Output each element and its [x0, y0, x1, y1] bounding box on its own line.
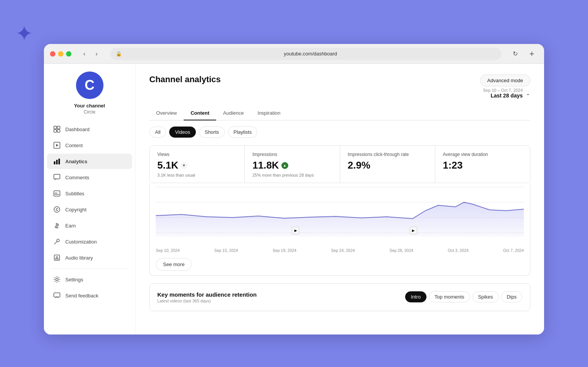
sidebar-item-content[interactable]: Content — [47, 138, 132, 153]
sidebar-item-comments[interactable]: Comments — [47, 170, 132, 185]
sidebar-item-earn[interactable]: Earn — [47, 218, 132, 233]
sidebar-item-send-feedback[interactable]: Send feedback — [47, 288, 132, 303]
metric-note-impressions: 25% more than previous 28 days — [252, 173, 332, 177]
sidebar-item-copyright[interactable]: Copyright — [47, 202, 132, 217]
metric-label-impressions: Impressions — [252, 152, 332, 157]
browser-titlebar: ‹ › 🔒 youtube.com/dashboard ↻ + — [44, 44, 544, 64]
key-moments-header: Key moments for audience retention Lates… — [157, 291, 522, 303]
sidebar-label-audio-library: Audio library — [65, 255, 93, 261]
sidebar-item-subtitles[interactable]: Subtitles — [47, 186, 132, 201]
maximize-button[interactable] — [66, 51, 71, 57]
channel-handle: Circle — [84, 109, 95, 115]
metric-value-impressions: 11.8K ▴ — [252, 159, 332, 171]
music-icon — [53, 254, 61, 261]
metric-card-impressions: Impressions 11.8K ▴ 25% more than previo… — [245, 146, 340, 183]
svg-point-19 — [55, 258, 57, 260]
date-range-text: Sep 10 – Oct 7, 2024 Last 28 days — [483, 88, 523, 99]
date-range-selector[interactable]: Sep 10 – Oct 7, 2024 Last 28 days ⌄ — [483, 88, 530, 99]
metric-label-views: Views — [157, 152, 237, 157]
browser-body: C Your channel Circle Dashboard — [44, 64, 544, 335]
key-moments-title-group: Key moments for audience retention Lates… — [157, 291, 257, 303]
tab-content[interactable]: Content — [184, 106, 216, 120]
sidebar-item-analytics[interactable]: Analytics — [47, 154, 132, 169]
date-range-sub: Sep 10 – Oct 7, 2024 — [483, 88, 523, 93]
analytics-tabs: Overview Content Audience Inspiration — [149, 106, 530, 120]
sidebar-label-dashboard: Dashboard — [65, 127, 90, 132]
svg-rect-1 — [57, 126, 60, 129]
browser-window: ‹ › 🔒 youtube.com/dashboard ↻ + C Your c… — [44, 44, 544, 335]
advanced-mode-button[interactable]: Advanced mode — [480, 75, 530, 86]
channel-avatar[interactable]: C — [76, 71, 103, 99]
close-button[interactable] — [50, 51, 55, 57]
sidebar-label-customization: Customization — [65, 239, 97, 245]
back-button[interactable]: ‹ — [79, 49, 90, 59]
x-label-0: Sep 10, 2024 — [156, 248, 179, 253]
comment-icon — [53, 174, 61, 181]
new-tab-button[interactable]: + — [526, 48, 538, 60]
svg-rect-2 — [54, 130, 57, 132]
metric-card-ctr: Impressions click-through rate 2.9% — [340, 146, 435, 183]
page-title: Channel analytics — [149, 75, 221, 84]
svg-marker-5 — [56, 144, 58, 147]
tab-overview[interactable]: Overview — [149, 106, 184, 120]
channel-name: Your channel — [74, 103, 105, 109]
forward-button[interactable]: › — [91, 49, 102, 59]
key-moments-section: Key moments for audience retention Lates… — [149, 283, 530, 311]
sidebar-nav: Dashboard Content — [44, 122, 135, 304]
sidebar-item-customization[interactable]: Customization — [47, 234, 132, 249]
chip-shorts[interactable]: Shorts — [199, 127, 225, 138]
video-marker-1[interactable]: ▶ — [292, 227, 299, 234]
tab-audience[interactable]: Audience — [216, 106, 250, 120]
subtitles-icon — [53, 190, 61, 197]
lock-icon: 🔒 — [116, 51, 122, 57]
sidebar-label-earn: Earn — [65, 223, 76, 229]
km-tab-dips[interactable]: Dips — [501, 291, 522, 302]
video-marker-2[interactable]: ▶ — [410, 227, 417, 234]
sidebar-item-dashboard[interactable]: Dashboard — [47, 122, 132, 137]
sidebar-label-analytics: Analytics — [65, 159, 87, 164]
address-bar[interactable]: 🔒 youtube.com/dashboard — [110, 48, 501, 60]
refresh-button[interactable]: ↻ — [510, 49, 520, 59]
chart-x-labels: Sep 10, 2024 Sep 15, 2024 Sep 19, 2024 S… — [156, 248, 524, 253]
chip-playlists[interactable]: Playlists — [228, 127, 258, 138]
see-more-button[interactable]: See more — [156, 258, 192, 271]
x-label-6: Oct 7, 2024 — [503, 248, 524, 253]
metric-value-views: 5.1K ▾ — [157, 159, 237, 171]
bar-chart-icon — [53, 158, 61, 165]
sidebar-label-settings: Settings — [65, 277, 83, 283]
svg-line-15 — [54, 241, 57, 244]
svg-point-13 — [54, 207, 60, 213]
chip-videos[interactable]: Videos — [169, 127, 196, 138]
analytics-chart — [156, 183, 524, 240]
chip-all[interactable]: All — [149, 127, 166, 138]
metric-label-ctr: Impressions click-through rate — [348, 152, 427, 157]
sidebar-label-comments: Comments — [65, 175, 89, 180]
tab-inspiration[interactable]: Inspiration — [251, 106, 288, 120]
x-label-3: Sep 24, 2024 — [331, 248, 355, 253]
x-label-4: Sep 28, 2024 — [389, 248, 413, 253]
svg-point-21 — [56, 278, 58, 281]
km-tab-spikes[interactable]: Spikes — [472, 291, 499, 302]
x-label-1: Sep 15, 2024 — [214, 248, 238, 253]
main-content: Channel analytics Advanced mode Sep 10 –… — [136, 64, 544, 335]
sidebar-item-settings[interactable]: Settings — [47, 272, 132, 287]
nav-arrows: ‹ › — [79, 49, 102, 59]
km-tab-intro[interactable]: Intro — [405, 291, 426, 302]
svg-rect-8 — [58, 159, 60, 164]
header-right: Advanced mode Sep 10 – Oct 7, 2024 Last … — [480, 75, 530, 99]
svg-rect-3 — [57, 130, 60, 132]
metric-badge-impressions: ▴ — [281, 162, 288, 169]
sidebar-label-send-feedback: Send feedback — [65, 293, 99, 299]
chart-area: ▶ ▶ Sep 10, 2024 Sep 15, 2024 Sep 19, 20… — [149, 183, 530, 276]
metric-badge-views: ▾ — [181, 162, 187, 169]
chevron-down-icon: ⌄ — [526, 90, 530, 96]
svg-rect-0 — [54, 126, 57, 129]
km-tab-top-moments[interactable]: Top moments — [429, 291, 470, 302]
svg-rect-10 — [54, 191, 60, 196]
x-label-5: Oct 3, 2024 — [448, 248, 468, 253]
sidebar-item-audio-library[interactable]: Audio library — [47, 250, 132, 265]
gear-icon — [53, 276, 61, 283]
minimize-button[interactable] — [58, 51, 63, 57]
bg-star-tl: ✦ — [15, 23, 33, 44]
metric-value-avg-duration: 1:23 — [443, 159, 522, 171]
